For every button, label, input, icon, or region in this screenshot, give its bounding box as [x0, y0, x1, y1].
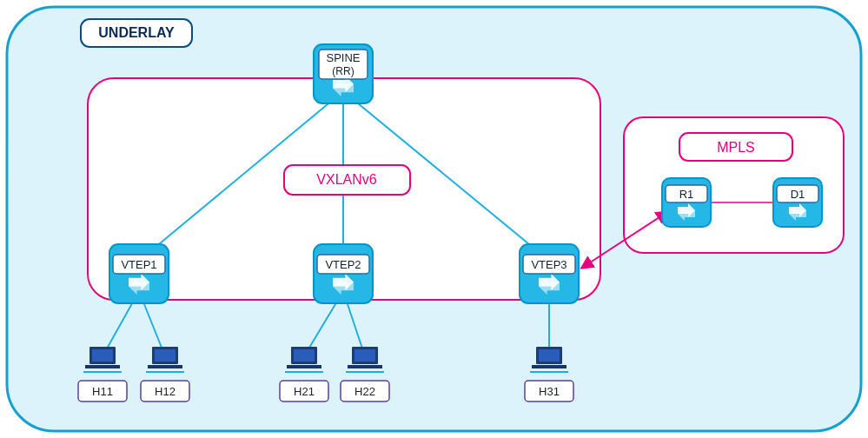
h12-label: H12	[155, 385, 176, 398]
host-label-h22: H22	[341, 381, 389, 402]
fabric-label: VXLANv6	[316, 172, 376, 187]
underlay-title: UNDERLAY	[98, 25, 175, 40]
host-label-h21: H21	[280, 381, 328, 402]
fabric-label-chip: VXLANv6	[284, 165, 410, 195]
node-d1: D1	[773, 178, 822, 227]
mpls-label: MPLS	[717, 140, 755, 155]
vtep3-label: VTEP3	[531, 258, 567, 271]
spine-label: SPINE	[326, 51, 360, 64]
mpls-label-chip: MPLS	[679, 133, 792, 161]
node-spine: SPINE (RR)	[314, 44, 373, 103]
vtep1-label: VTEP1	[121, 258, 156, 271]
d1-label: D1	[791, 188, 805, 201]
r1-label: R1	[679, 188, 694, 201]
host-label-h12: H12	[141, 381, 189, 402]
h21-label: H21	[294, 385, 315, 398]
vtep2-label: VTEP2	[325, 258, 361, 271]
node-r1: R1	[662, 178, 711, 227]
h11-label: H11	[92, 385, 113, 398]
diagram-canvas: UNDERLAY SPINE (RR) VXLANv6 VTEP1	[0, 0, 868, 438]
h31-label: H31	[539, 385, 560, 398]
spine-sub: (RR)	[332, 65, 354, 77]
node-vtep2: VTEP2	[314, 244, 373, 303]
node-vtep1: VTEP1	[109, 244, 169, 303]
host-label-h11: H11	[78, 381, 127, 402]
title-chip: UNDERLAY	[81, 19, 192, 47]
host-label-h31: H31	[525, 381, 573, 402]
h22-label: H22	[354, 385, 375, 398]
node-vtep3: VTEP3	[520, 244, 579, 303]
